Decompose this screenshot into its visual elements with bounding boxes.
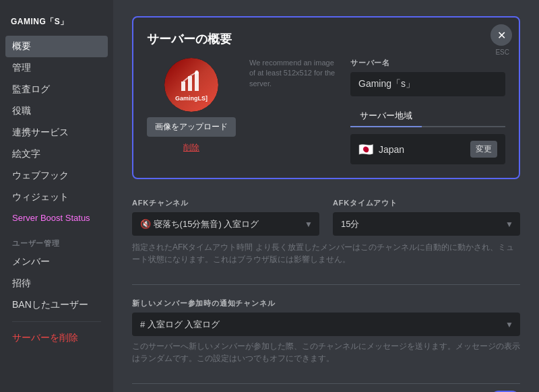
sidebar-item-integrations[interactable]: 連携サービス: [5, 122, 108, 143]
toggle-row-0: Send a random welcome message when someo…: [132, 383, 520, 392]
server-icon: GamingLS]: [164, 58, 218, 112]
welcome-hint: このサーバーへ新しいメンバーが参加した際、このチャンネルにメッセージを送ります。…: [132, 340, 520, 364]
welcome-channel-select[interactable]: # 入室ログ 入室ログ: [132, 313, 520, 336]
afk-channel-select[interactable]: 🔇 寝落ち(15分無音) 入室ログ: [132, 212, 319, 236]
sidebar-item-widget[interactable]: ウィジェット: [5, 187, 108, 208]
welcome-channel-select-wrapper: # 入室ログ 入室ログ ▼: [132, 313, 520, 336]
server-icon-svg: [179, 68, 204, 94]
sidebar-divider: [12, 321, 101, 322]
region-section: サーバー地域 🇯🇵 Japan 変更: [350, 106, 505, 164]
region-tab-server-region[interactable]: サーバー地域: [350, 106, 422, 127]
esc-label: ESC: [495, 48, 509, 56]
sidebar-item-webhooks[interactable]: ウェブフック: [5, 165, 108, 187]
region-left: 🇯🇵 Japan: [358, 142, 404, 157]
sidebar-item-management[interactable]: 管理: [5, 57, 108, 79]
server-icon-area: GamingLS] 画像をアップロード 削除: [147, 58, 236, 154]
region-row: 🇯🇵 Japan 変更: [350, 134, 505, 164]
welcome-section: 新しいメンバー参加時の通知チャンネル # 入室ログ 入室ログ ▼ このサーバーへ…: [132, 298, 520, 364]
sidebar-item-delete[interactable]: サーバーを削除: [5, 327, 108, 349]
change-region-button[interactable]: 変更: [470, 141, 497, 158]
afk-timeout-col: AFKタイムアウト 15分 ▼: [333, 198, 520, 236]
sidebar-item-overview[interactable]: 概要: [5, 36, 108, 57]
afk-channel-label: AFKチャンネル: [132, 198, 319, 208]
sidebar: GAMING「s」 概要 管理 監査ログ 役職 連携サービス 絵文字 ウェブフッ…: [0, 0, 113, 392]
sidebar-item-boost[interactable]: Server Boost Status: [5, 208, 108, 228]
sidebar-item-members[interactable]: メンバー: [5, 251, 108, 273]
server-name-input[interactable]: [350, 72, 505, 96]
svg-rect-1: [188, 76, 192, 91]
close-button[interactable]: ✕: [490, 24, 512, 46]
server-icon-image: GamingLS]: [164, 58, 218, 112]
upload-button[interactable]: 画像をアップロード: [147, 117, 236, 137]
region-tabs: サーバー地域: [350, 106, 505, 127]
afk-timeout-select[interactable]: 15分: [333, 212, 520, 236]
overview-title: サーバーの概要: [147, 31, 505, 47]
section-divider-1: [132, 284, 520, 285]
afk-timeout-label: AFKタイムアウト: [333, 198, 520, 208]
welcome-channel-label: 新しいメンバー参加時の通知チャンネル: [132, 298, 520, 308]
sidebar-item-roles[interactable]: 役職: [5, 100, 108, 122]
afk-channel-col: AFKチャンネル 🔇 寝落ち(15分無音) 入室ログ ▼: [132, 198, 319, 236]
svg-point-3: [195, 71, 199, 74]
sidebar-item-audit-log[interactable]: 監査ログ: [5, 79, 108, 100]
sidebar-item-invites[interactable]: 招待: [5, 273, 108, 294]
delete-icon-link[interactable]: 削除: [183, 142, 199, 154]
afk-channel-select-wrapper: 🔇 寝落ち(15分無音) 入室ログ ▼: [132, 212, 319, 236]
afk-timeout-select-wrapper: 15分 ▼: [333, 212, 520, 236]
server-name: GAMING「s」: [5, 11, 108, 36]
afk-hint: 指定されたAFKタイムアウト時間 より長く放置したメンバーはこのチャンネルに自動…: [132, 241, 520, 265]
svg-rect-2: [195, 72, 199, 91]
svg-rect-0: [181, 81, 185, 91]
main-content: サーバーの概要 GamingLS]: [113, 0, 539, 392]
afk-row: AFKチャンネル 🔇 寝落ち(15分無音) 入室ログ ▼ AFKタイムアウト 1…: [132, 198, 520, 236]
server-name-label: サーバー名: [350, 58, 505, 68]
region-name: Japan: [379, 144, 404, 155]
afk-section: AFKチャンネル 🔇 寝落ち(15分無音) 入室ログ ▼ AFKタイムアウト 1…: [132, 198, 520, 265]
server-form: サーバー名 サーバー地域 🇯🇵 Japan 変更: [350, 58, 505, 164]
user-management-label: ユーザー管理: [5, 228, 108, 251]
upload-hint: We recommend an image of at least 512x51…: [249, 58, 337, 89]
icon-label: GamingLS]: [175, 95, 208, 102]
japan-flag-icon: 🇯🇵: [358, 142, 373, 157]
sidebar-item-emoji[interactable]: 絵文字: [5, 143, 108, 165]
sidebar-item-bans[interactable]: BANしたユーザー: [5, 294, 108, 316]
overview-panel: サーバーの概要 GamingLS]: [132, 16, 520, 179]
